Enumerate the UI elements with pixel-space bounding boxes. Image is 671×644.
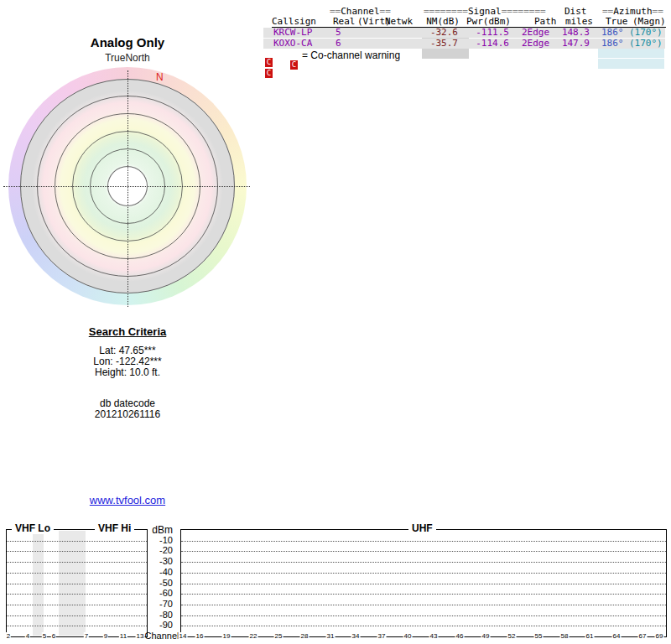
vhf-channel-tick: 4 (25, 632, 30, 640)
gridline (7, 562, 147, 563)
channel-axis-label: Channel (144, 631, 179, 641)
uhf-channel-tick: 34 (351, 632, 361, 640)
true-azimuth-cell: 186° (601, 39, 624, 49)
gridline (7, 615, 147, 616)
pwr-cell: -111.5 (468, 28, 509, 38)
azimuth-highlight (598, 48, 664, 58)
uhf-channel-tick: 28 (300, 632, 309, 640)
nm-cell: -32.6 (422, 28, 458, 38)
pwr-cell: -114.6 (468, 39, 509, 49)
callsign-cell: KRCW-LP (273, 28, 312, 38)
uhf-panel (180, 529, 667, 637)
col-header-netwk: Netwk (385, 17, 413, 27)
col-header-true: True (606, 17, 628, 27)
gridline (7, 594, 147, 595)
uhf-channel-tick: 46 (455, 632, 465, 640)
uhf-channel-tick: 61 (585, 632, 595, 640)
gridline (181, 594, 666, 595)
dbm-tick: -30 (148, 556, 173, 566)
true-azimuth-cell: 186° (601, 28, 624, 38)
tvfool-report: ==Channel== ========Signal======== Dist … (0, 0, 671, 644)
gridline (7, 573, 147, 574)
path-cell: 2Edge (522, 39, 549, 49)
gridline (7, 626, 147, 626)
uhf-channel-tick: 19 (222, 632, 231, 640)
gridline (181, 573, 666, 574)
gridline (181, 626, 666, 626)
gridline (181, 584, 666, 584)
path-cell: 2Edge (522, 28, 549, 38)
search-criteria: Search Criteria Lat: 47.65*** Lon: -122.… (44, 325, 211, 420)
station-table: ==Channel== ========Signal======== Dist … (263, 7, 668, 62)
uhf-channel-tick: 31 (326, 632, 336, 640)
uhf-channel-tick: 16 (195, 632, 205, 640)
col-header-nm: NM(dB) (419, 17, 460, 27)
vhf-channel-tick: 6 (51, 632, 56, 640)
uhf-channel-tick: 37 (377, 632, 387, 640)
dbm-tick: -70 (148, 599, 173, 609)
gridline (181, 615, 666, 616)
vhf-channel-tick: 13 (136, 632, 145, 640)
vhf-channel-tick: 5 (42, 632, 47, 640)
gridline (181, 541, 666, 542)
north-marker: N (156, 71, 164, 83)
tvfool-link-wrap: www.tvfool.com (44, 494, 211, 506)
miles-cell: 148.3 (560, 28, 590, 38)
gridline (7, 551, 147, 552)
gridline (7, 541, 147, 542)
uhf-channel-tick: 64 (612, 632, 622, 640)
height-value: Height: 10.0 ft. (44, 367, 211, 378)
co-channel-legend: C = Co-channel warning (263, 50, 515, 61)
crosshair-vertical (127, 70, 128, 307)
dbm-tick: -50 (148, 578, 173, 588)
col-header-real: Real (333, 17, 356, 27)
vhf-channel-tick: 2 (6, 632, 11, 640)
uhf-channel-tick: 14 (179, 632, 188, 640)
dbm-tick: -10 (148, 535, 173, 545)
uhf-channel-tick: 43 (429, 632, 439, 640)
uhf-channel-tick: 69 (655, 632, 664, 640)
gridline (7, 605, 147, 605)
table-row[interactable]: C KOXO-CA 6 -35.7 -114.6 2Edge 147.9 186… (263, 39, 665, 49)
col-header-path: Path (534, 17, 557, 27)
vhf-lo-section-label: VHF Lo (12, 523, 54, 534)
dbm-tick: -90 (148, 620, 173, 630)
uhf-section-label: UHF (408, 523, 436, 534)
uhf-channel-tick: 52 (507, 632, 517, 640)
gridline (181, 562, 666, 563)
callsign-cell: KOXO-CA (273, 39, 312, 49)
uhf-channel-tick: 67 (638, 632, 648, 640)
uhf-channel-tick: 49 (481, 632, 491, 640)
dbm-tick: -80 (148, 610, 173, 620)
miles-cell: 147.9 (560, 39, 590, 49)
vhf-channel-tick: 7 (84, 632, 89, 640)
uhf-channel-tick: 40 (403, 632, 413, 640)
vhf-panel (6, 529, 148, 637)
nm-cell: -35.7 (422, 39, 458, 49)
dbm-tick: -20 (148, 545, 173, 555)
uhf-channel-tick: 25 (274, 632, 283, 640)
legend-text: = Co-channel warning (302, 50, 400, 60)
vhf-channel-tick: 9 (103, 632, 108, 640)
crosshair-horizontal (3, 186, 250, 187)
real-channel-cell: 5 (336, 28, 341, 38)
search-criteria-heading: Search Criteria (44, 325, 211, 338)
uhf-channel-tick: 55 (534, 632, 544, 640)
magn-azimuth-cell: (170°) (629, 28, 663, 38)
real-channel-cell: 6 (336, 39, 341, 49)
table-row[interactable]: C KRCW-LP 5 -32.6 -111.5 2Edge 148.3 186… (263, 28, 665, 38)
dbm-tick: -40 (148, 567, 173, 577)
uhf-channel-tick: 58 (560, 632, 570, 640)
azimuth-highlight (598, 59, 664, 69)
col-header-miles: miles (564, 17, 593, 27)
legend-flag: C (290, 60, 298, 70)
gridline (181, 551, 666, 552)
col-header-pwr: Pwr(dBm) (466, 17, 510, 27)
tvfool-link[interactable]: www.tvfool.com (90, 494, 165, 506)
magn-azimuth-cell: (170°) (629, 39, 663, 49)
uhf-channel-tick: 22 (249, 632, 258, 640)
dbm-tick: -60 (148, 588, 173, 598)
vhf-hi-section-label: VHF Hi (95, 523, 134, 534)
col-header-magn: (Magn) (632, 17, 666, 27)
vhf-channel-tick: 11 (119, 632, 127, 640)
